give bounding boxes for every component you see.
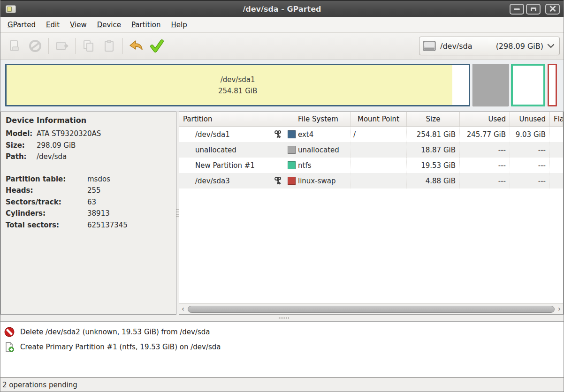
scroll-right-arrow[interactable]: › [556,304,563,315]
filesystem-label: unallocated [298,146,339,154]
table-row-new-partition[interactable]: New Partition #1 ntfs 19.53 GiB --- --- [179,158,563,173]
table-row-sda3[interactable]: /dev/sda3 linux-swap 4.88 GiB --- --- [179,173,563,188]
device-information-title: Device Information [6,116,171,125]
gparted-window: /dev/sda - GParted GParted Edit View Dev… [0,0,564,392]
minimize-icon [514,8,520,10]
unused-cell: --- [510,142,550,158]
menu-device[interactable]: Device [92,18,126,31]
panel-splitter[interactable] [176,112,179,315]
main-area: Device Information Model: ATA ST9320320A… [0,112,564,315]
toolbar: /dev/sda (298.09 GiB) [0,33,564,60]
delete-partition-button [25,36,46,56]
used-cell: --- [460,173,510,188]
flags-cell [550,173,563,188]
paste-button [99,36,120,56]
undo-button[interactable] [126,36,146,56]
filesystem-label: ntfs [298,161,311,170]
used-cell: --- [460,158,510,173]
maximize-button[interactable] [526,4,541,15]
partition-name: unallocated [195,146,236,154]
column-header-used: Used [460,112,510,126]
toolbar-separator [48,38,49,54]
menu-view[interactable]: View [65,18,92,31]
info-value: ATA ST9320320AS [37,128,171,140]
scroll-left-arrow[interactable]: ‹ [179,304,187,315]
segment-size-label: 254.81 GiB [218,85,257,97]
operation-text: Create Primary Partition #1 (ntfs, 19.53… [20,343,221,351]
disk-segment-sda1[interactable]: /dev/sda1 254.81 GiB [5,64,470,106]
flags-cell [550,127,563,142]
used-cell: --- [460,142,510,158]
new-partition-icon [8,39,21,53]
operations-splitter[interactable] [0,315,564,321]
selected-device: /dev/sda [440,42,473,51]
flags-cell [550,158,563,173]
unused-cell: 9.03 GiB [510,127,550,142]
device-info-group-1: Model: ATA ST9320320AS Size: 298.09 GiB … [6,128,171,163]
filesystem-label: linux-swap [298,177,335,185]
partition-list-panel: Partition File System Mount Point Size U… [179,112,564,315]
operation-text: Delete /dev/sda2 (unknown, 19.53 GiB) fr… [20,328,210,336]
apply-icon [150,39,164,53]
partition-table-body: /dev/sda1 ext4 / 254.81 GiB 245.77 GiB 9… [179,127,563,303]
size-cell: 4.88 GiB [407,173,460,188]
info-label: Cylinders: [6,208,87,219]
table-row-sda1[interactable]: /dev/sda1 ext4 / 254.81 GiB 245.77 GiB 9… [179,127,563,142]
horizontal-scrollbar[interactable]: ‹ › [179,303,563,314]
size-cell: 19.53 GiB [407,158,460,173]
toolbar-separator [75,38,76,54]
filesystem-color-swatch [288,130,296,138]
pending-operations-panel: Delete /dev/sda2 (unknown, 19.53 GiB) fr… [0,321,564,377]
minimize-button[interactable] [510,4,524,15]
scrollbar-thumb[interactable] [188,306,555,313]
selected-device-size: (298.09 GiB) [496,42,543,51]
mount-point-cell [351,158,407,173]
filesystem-label: ext4 [298,130,313,139]
unused-cell: --- [510,173,550,188]
key-icon [274,176,283,186]
column-header-partition: Partition [179,112,286,126]
info-value: 255 [87,185,171,196]
size-cell: 18.87 GiB [407,142,460,158]
menu-partition[interactable]: Partition [126,18,166,31]
device-information-panel: Device Information Model: ATA ST9320320A… [0,112,176,315]
info-label: Path: [6,151,37,163]
window-controls [510,4,560,15]
delete-partition-icon [29,39,42,53]
info-label: Heads: [6,185,87,196]
column-header-unused: Unused [510,112,550,126]
key-icon [274,130,283,139]
disk-segment-new-partition[interactable] [511,64,545,106]
flags-cell [550,142,563,158]
partition-name: /dev/sda3 [195,177,230,185]
delete-operation-icon [4,327,15,337]
column-header-flags: Flags [550,112,563,126]
column-header-size: Size [407,112,460,126]
operation-item: Create Primary Partition #1 (ntfs, 19.53… [4,339,560,354]
mount-point-cell: / [351,127,407,142]
toolbar-separator [122,38,123,54]
close-icon [549,6,556,12]
info-value: msdos [87,174,171,185]
close-button[interactable] [545,4,560,15]
device-selector[interactable]: /dev/sda (298.09 GiB) [419,37,560,55]
info-label: Total sectors: [6,220,87,231]
info-label: Model: [6,128,37,140]
status-text: 2 operations pending [2,381,77,389]
table-row-unallocated[interactable]: unallocated unallocated 18.87 GiB --- --… [179,142,563,158]
filesystem-color-swatch [288,161,296,169]
apply-button[interactable] [146,36,167,56]
disk-segment-sda3[interactable] [548,64,557,106]
info-value: 298.09 GiB [37,140,171,151]
menu-gparted[interactable]: GParted [2,18,41,31]
menu-edit[interactable]: Edit [41,18,65,31]
menu-help[interactable]: Help [166,18,192,31]
disk-segment-unallocated[interactable] [473,64,509,106]
mount-point-cell [351,142,407,158]
undo-icon [129,39,144,53]
filesystem-color-swatch [288,146,296,154]
info-value: 63 [87,197,171,208]
resize-move-icon [55,39,69,53]
operation-item: Delete /dev/sda2 (unknown, 19.53 GiB) fr… [4,324,560,339]
menu-bar: GParted Edit View Device Partition Help [0,17,564,33]
